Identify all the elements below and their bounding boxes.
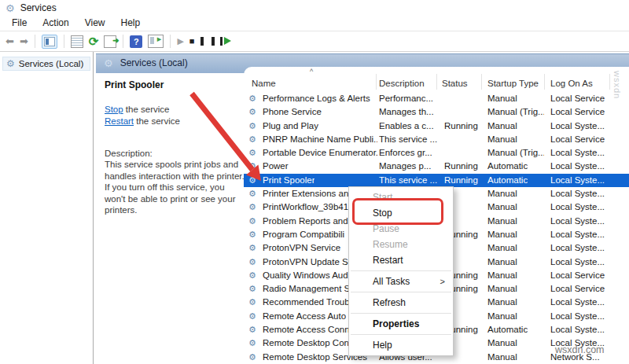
context-menu-item-stop[interactable]: Stop	[349, 205, 453, 221]
column-header-log-on-as[interactable]: Log On As	[550, 79, 593, 88]
stop-service-icon[interactable]: ■	[189, 37, 195, 46]
submenu-arrow-icon: >	[440, 274, 445, 289]
header-separator[interactable]	[481, 74, 482, 90]
column-header-description[interactable]: Description	[379, 79, 425, 88]
service-gear-icon: ⚙	[248, 338, 256, 348]
context-menu-item-resume: Resume	[349, 237, 453, 252]
window-title: Services	[20, 2, 57, 13]
cell-name: Print Spooler	[263, 175, 314, 185]
cell-log-on-as: Local Service	[550, 134, 605, 144]
menu-help[interactable]: Help	[113, 16, 149, 31]
service-gear-icon: ⚙	[248, 161, 256, 171]
cell-startup-type: Manual	[487, 338, 517, 347]
service-row[interactable]: ⚙Print SpoolerThis service ...RunningAut…	[244, 174, 629, 187]
cell-name: Problem Reports and	[263, 216, 348, 226]
cell-name: PNRP Machine Name Publi...	[263, 134, 377, 144]
export-list-icon[interactable]	[104, 35, 116, 48]
cell-description: Enables a c...	[379, 121, 434, 131]
cell-name: Portable Device Enumerator...	[263, 148, 377, 157]
cell-startup-type: Manual	[487, 243, 517, 252]
service-gear-icon: ⚙	[248, 257, 256, 267]
cell-startup-type: Automatic	[487, 325, 528, 334]
tree-item-services-local[interactable]: ⚙ Services (Local)	[2, 57, 90, 71]
context-menu-item-all-tasks[interactable]: All Tasks>	[349, 274, 453, 289]
start-service-icon[interactable]: ▶	[177, 37, 183, 46]
restart-service-icon[interactable]	[220, 37, 231, 46]
cell-startup-type: Manual	[487, 189, 517, 198]
refresh-icon[interactable]: ⟳	[89, 35, 99, 47]
gear-icon: ⚙	[6, 59, 15, 68]
header-separator[interactable]	[609, 74, 610, 90]
selected-service-name: Print Spooler	[105, 79, 252, 90]
service-row[interactable]: ⚙Phone ServiceManages th...Manual (Trig.…	[244, 105, 629, 119]
column-header-status[interactable]: Status	[442, 79, 468, 88]
service-gear-icon: ⚙	[248, 175, 256, 186]
cell-log-on-as: Local Syste...	[550, 216, 605, 226]
menu-file[interactable]: File	[4, 16, 35, 31]
cell-log-on-as: Local Syste...	[550, 311, 605, 321]
cell-log-on-as: Local Syste...	[550, 325, 605, 334]
service-gear-icon: ⚙	[248, 297, 256, 307]
stop-service-link[interactable]: Stop	[105, 105, 123, 114]
context-menu-item-help[interactable]: Help	[349, 337, 453, 353]
header-separator[interactable]	[376, 74, 377, 90]
watermark-edge-text: wsxdn	[612, 71, 622, 99]
description-text: This service spools print jobs and handl…	[105, 159, 248, 216]
cell-name: Program Compatibili	[263, 230, 344, 239]
cell-startup-type: Manual	[487, 352, 517, 362]
menu-bar: FileActionViewHelp	[0, 16, 629, 31]
console-tree-panel: ⚙ Services (Local)	[0, 52, 94, 364]
cell-name: ProtonVPN Update Se	[263, 257, 353, 267]
cell-name: ProtonVPN Service	[263, 243, 340, 252]
cell-name: Remote Access Conn	[263, 325, 350, 334]
menu-action[interactable]: Action	[35, 16, 76, 31]
context-menu-item-restart[interactable]: Restart	[349, 252, 453, 268]
cell-log-on-as: Local Syste...	[550, 121, 605, 131]
properties-list-icon[interactable]	[71, 35, 83, 48]
service-row[interactable]: ⚙PNRP Machine Name Publi...This service …	[244, 133, 629, 146]
service-gear-icon: ⚙	[248, 216, 256, 226]
cell-log-on-as: Local Syste...	[550, 161, 605, 171]
service-gear-icon: ⚙	[248, 121, 256, 131]
service-row[interactable]: ⚙Performance Logs & AlertsPerformanc...M…	[244, 92, 629, 105]
cell-startup-type: Manual	[487, 94, 517, 103]
toolbar-separator	[170, 35, 171, 48]
stop-service-suffix: the service	[123, 105, 170, 114]
service-gear-icon: ⚙	[248, 107, 256, 117]
extended-standard-pane-icon[interactable]	[148, 35, 164, 48]
service-gear-icon: ⚙	[248, 243, 256, 253]
forward-arrow-icon[interactable]: ➡	[20, 36, 28, 46]
cell-name: Quality Windows Aud	[263, 270, 348, 280]
pause-service-icon[interactable]	[200, 37, 215, 46]
cell-startup-type: Manual	[487, 311, 517, 321]
header-separator[interactable]	[436, 74, 437, 90]
cell-name: Power	[263, 161, 289, 171]
cell-log-on-as: Local Syste...	[550, 243, 605, 252]
service-row[interactable]: ⚙Plug and PlayEnables a c...RunningManua…	[244, 119, 629, 133]
context-menu-item-start: Start	[349, 189, 453, 205]
context-menu-item-refresh[interactable]: Refresh	[349, 295, 453, 311]
cell-log-on-as: Local Service	[550, 270, 605, 280]
back-arrow-icon[interactable]: ⬅	[6, 36, 14, 46]
service-row[interactable]: ⚙Portable Device Enumerator...Enforces g…	[244, 146, 629, 160]
description-label: Description:	[105, 149, 252, 158]
header-separator[interactable]	[544, 74, 545, 90]
cell-name: Remote Access Auto	[263, 311, 346, 321]
column-header-startup-type[interactable]: Startup Type	[487, 79, 539, 88]
service-gear-icon: ⚙	[248, 148, 256, 158]
cell-description: Manages p...	[379, 161, 431, 171]
service-row[interactable]: ⚙PowerManages p...RunningAutomaticLocal …	[244, 160, 629, 173]
context-menu-item-properties[interactable]: Properties	[349, 316, 453, 332]
service-gear-icon: ⚙	[248, 311, 256, 322]
cell-log-on-as: Local Syste...	[550, 202, 605, 211]
cell-status: Running	[444, 161, 478, 171]
show-console-tree-icon[interactable]	[42, 35, 57, 49]
column-header-name[interactable]: Name	[252, 79, 276, 88]
menu-separator	[351, 313, 451, 314]
cell-name: Remote Desktop Con	[263, 338, 349, 347]
cell-name: Plug and Play	[263, 121, 318, 131]
restart-service-link[interactable]: Restart	[105, 116, 134, 126]
cell-description: Performanc...	[379, 94, 433, 103]
help-icon[interactable]: ?	[130, 35, 142, 48]
menu-view[interactable]: View	[77, 16, 113, 31]
